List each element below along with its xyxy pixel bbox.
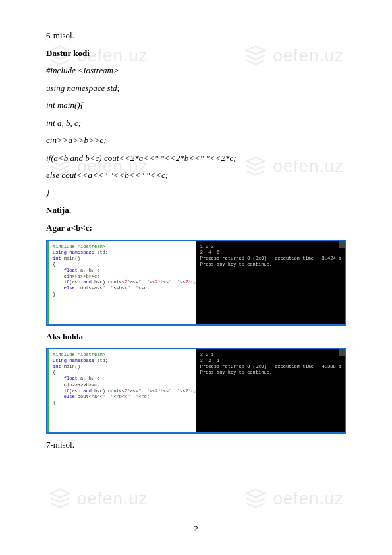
code-header: Dastur kodi (46, 47, 346, 59)
code-line: cin>>a>>b>>c; (46, 134, 346, 146)
code-line: if(a<b and b<c) cout<<2*a<<" "<<2*b<<" "… (46, 152, 346, 164)
watermark-item: oefen.uz (244, 486, 344, 510)
editor-pane: #include <iostream> using namespace std;… (47, 349, 196, 432)
stack-icon (48, 486, 72, 510)
code-line: #include <iostream> (46, 65, 346, 76)
watermark-text: oefen.uz (273, 488, 344, 509)
code-line: else cout<<a<<" "<<b<<" "<<c; (46, 169, 346, 181)
document-content: 6-misol. Dastur kodi #include <iostream>… (0, 0, 392, 451)
stack-icon (244, 486, 267, 510)
case1-label: Agar a<b<c: (46, 222, 346, 234)
page-number: 2 (0, 523, 392, 534)
task-label: 6-misol. (46, 30, 346, 42)
screenshot-case1: #include <iostream> using namespace std;… (46, 240, 346, 326)
code-line: int main(){ (46, 100, 346, 111)
code-line: int a, b, c; (46, 117, 346, 129)
terminal-pane: 1 2 3 2 4 6 Process returned 0 (0x0) exe… (196, 241, 345, 324)
screenshot-case2: #include <iostream> using namespace std;… (46, 348, 346, 434)
result-label: Natija. (46, 204, 346, 216)
watermark-text: oefen.uz (77, 488, 148, 509)
case2-label: Aks holda (46, 331, 346, 343)
watermark-item: oefen.uz (48, 486, 148, 510)
code-line: } (46, 187, 346, 199)
editor-pane: #include <iostream> using namespace std;… (47, 241, 196, 324)
code-line: using namespace std; (46, 82, 346, 94)
terminal-pane: 3 2 1 3 2 1 Process returned 0 (0x0) exe… (196, 349, 345, 432)
next-task-label: 7-misol. (46, 439, 346, 451)
